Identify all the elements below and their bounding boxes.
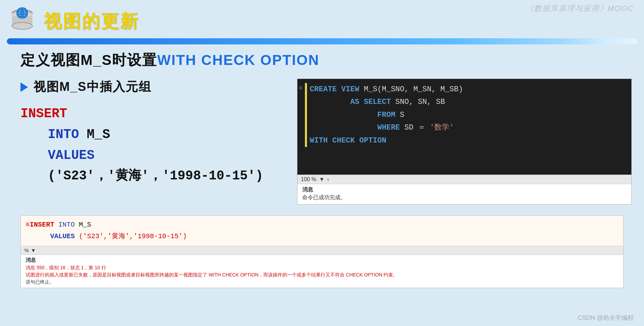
scroll-left-icon[interactable]: ‹ — [327, 176, 329, 182]
csdn-watermark: CSDN @劲夫学编程 — [578, 314, 634, 322]
subtitle-normal: 定义视图M_S时设置 — [20, 52, 157, 68]
insert-line1: INSERT — [20, 104, 300, 124]
database-icon — [7, 6, 38, 37]
values-kw-bottom: VALUES — [50, 232, 75, 240]
sql-line-5: WITH CHECK OPTION — [297, 134, 627, 147]
table-name-bottom: M_S — [79, 221, 91, 229]
insert-keyword: INSERT — [20, 106, 67, 121]
values-data: ('S23'，'黄海'，'1998-10-15') — [48, 168, 263, 183]
subtitle-highlight: WITH CHECK OPTION — [157, 52, 319, 68]
values-keyword: VALUES — [48, 148, 95, 163]
bottom-sql-code[interactable]: ≡INSERT INTO M_S VALUES ('S23','黄海','199… — [21, 216, 623, 246]
editor-toolbar[interactable]: 100 % ▼ ‹ — [297, 175, 631, 184]
into-keyword: INTO — [48, 127, 79, 142]
sql-line-3: FROM S — [297, 109, 627, 121]
bottom-messages: 消息 消息 550，级别 16，状态 1，第 10 行 试图进行的插入或更新已失… — [21, 255, 623, 288]
sql-line5-content: WITH CHECK OPTION — [310, 134, 386, 147]
line-gutter-2 — [305, 96, 307, 108]
line-gutter-4 — [305, 121, 307, 134]
insert-code: INSERT INTO M_S VALUES ('S23'，'黄海'，'1998… — [20, 104, 300, 187]
line-marker-3 — [299, 109, 305, 121]
bottom-error-line1: 消息 550，级别 16，状态 1，第 10 行 — [26, 264, 618, 271]
bottom-zoom: % — [24, 247, 29, 253]
blue-bar — [7, 38, 637, 44]
zoom-level: 100 % — [301, 176, 316, 182]
bottom-indent — [26, 232, 46, 240]
bottom-toolbar[interactable]: % ▼ — [21, 246, 623, 255]
into-kw-bottom: INTO — [58, 221, 75, 229]
values-data-bottom: ('S23','黄海','1998-10-15') — [79, 232, 187, 240]
sql-line-2: AS SELECT SNO, SN, SB — [297, 96, 627, 108]
bullet-arrow-icon — [20, 82, 28, 92]
zoom-arrow-icon[interactable]: ▼ — [319, 176, 324, 182]
sql-line-4: WHERE SD ＝ '数学' — [297, 121, 627, 134]
line-marker-1: ≡ — [299, 83, 305, 96]
messages-label: 消息 — [302, 186, 627, 193]
sql-line2-content: AS SELECT SNO, SN, SB — [310, 96, 445, 108]
left-panel: 视图M_S中插入元组 INSERT INTO M_S VALUES ('S23'… — [20, 79, 300, 187]
page-title: 视图的更新 — [44, 10, 139, 33]
bottom-sql-line1: ≡INSERT INTO M_S — [26, 219, 618, 231]
sql-line-1: ≡ CREATE VIEW M_S(M_SNO, M_SN, M_SB) — [297, 83, 627, 96]
insert-line4: ('S23'，'黄海'，'1998-10-15') — [20, 166, 300, 187]
sql-line1-content: CREATE VIEW M_S(M_SNO, M_SN, M_SB) — [310, 83, 463, 96]
bullet-item: 视图M_S中插入元组 — [20, 79, 300, 95]
sql-editor-panel: ≡ CREATE VIEW M_S(M_SNO, M_SN, M_SB) AS … — [297, 79, 632, 205]
header: 视图的更新 — [7, 6, 139, 37]
bottom-messages-label: 消息 — [26, 257, 618, 263]
line-marker-5 — [299, 134, 305, 147]
sql-editor[interactable]: ≡ CREATE VIEW M_S(M_SNO, M_SN, M_SB) AS … — [297, 79, 631, 175]
bullet-text: 视图M_S中插入元组 — [33, 79, 152, 95]
sql-line3-content: FROM S — [310, 109, 404, 121]
insert-line2: INTO M_S — [20, 124, 300, 145]
line-marker-4 — [299, 121, 305, 134]
bottom-zoom-arrow-icon[interactable]: ▼ — [31, 247, 36, 253]
table-name: M_S — [79, 127, 110, 142]
bottom-sql-line2: VALUES ('S23','黄海','1998-10-15') — [26, 231, 618, 242]
subtitle: 定义视图M_S时设置WITH CHECK OPTION — [20, 51, 319, 70]
line-gutter-3 — [305, 109, 307, 121]
sql-line4-content: WHERE SD ＝ '数学' — [310, 121, 454, 134]
messages-panel: 消息 命令已成功完成。 — [297, 184, 631, 204]
bottom-error-line2: 试图进行的插入或更新已失败，原因是目标视图或者目标视图所跨越的某一视图指定了 W… — [26, 271, 618, 279]
watermark: 《数据库原理与应用》MOOC — [526, 3, 634, 14]
svg-point-2 — [12, 23, 32, 29]
bottom-panel: ≡INSERT INTO M_S VALUES ('S23','黄海','199… — [20, 215, 624, 288]
insert-line3: VALUES — [20, 145, 300, 166]
line-marker-2 — [299, 96, 305, 108]
insert-kw-bottom: ≡INSERT — [26, 221, 54, 229]
bottom-error-line3: 语句已终止。 — [26, 279, 618, 286]
line-gutter-1 — [305, 83, 307, 96]
line-gutter-5 — [305, 134, 307, 147]
messages-text: 命令已成功完成。 — [302, 194, 627, 201]
